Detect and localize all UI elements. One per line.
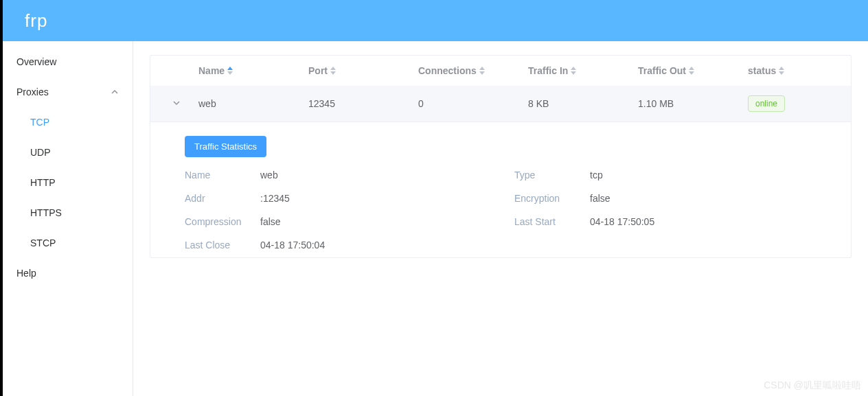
detail-row-last-start: Last Start 04-18 17:50:05 [514, 216, 816, 227]
main-content: Name Port Connections Traffic In [133, 41, 868, 396]
sidebar-item-label: Proxies [16, 86, 49, 97]
cell-traffic-in: 8 KB [521, 89, 631, 119]
detail-label: Type [514, 170, 590, 180]
detail-value: tcp [590, 170, 603, 180]
detail-grid: Name web Type tcp Addr :12345 Encrypti [185, 170, 816, 251]
cell-connections: 0 [411, 89, 521, 119]
detail-label: Name [185, 170, 260, 180]
sidebar-item-label: HTTPS [30, 207, 62, 218]
sidebar-item-label: HTTP [30, 177, 56, 188]
sort-icon [571, 67, 576, 75]
column-status[interactable]: status [741, 56, 840, 86]
sidebar-item-http[interactable]: HTTP [3, 167, 133, 198]
sort-icon [689, 67, 694, 75]
expand-toggle[interactable] [161, 89, 192, 119]
detail-value: web [260, 170, 278, 180]
sidebar-item-tcp[interactable]: TCP [3, 107, 133, 137]
cell-traffic-out: 1.10 MB [631, 89, 741, 119]
column-label: Traffic In [528, 65, 568, 76]
sidebar-item-overview[interactable]: Overview [3, 47, 133, 77]
detail-value: 04-18 17:50:05 [590, 216, 654, 227]
detail-label: Encryption [514, 193, 590, 204]
table-header: Name Port Connections Traffic In [150, 56, 851, 86]
detail-label: Last Close [185, 240, 260, 251]
column-label: Port [308, 65, 328, 76]
brand-title: frp [25, 10, 47, 32]
detail-value: false [590, 193, 610, 204]
column-label: status [748, 65, 776, 76]
detail-label: Compression [185, 216, 260, 227]
column-traffic-in[interactable]: Traffic In [521, 56, 631, 86]
sidebar-item-label: STCP [30, 237, 56, 248]
cell-status: online [741, 86, 840, 121]
sidebar-item-stcp[interactable]: STCP [3, 228, 133, 258]
status-badge: online [748, 95, 785, 112]
topbar: frp [3, 0, 868, 41]
traffic-statistics-button[interactable]: Traffic Statistics [185, 136, 266, 157]
detail-row-name: Name web [185, 170, 487, 180]
column-port[interactable]: Port [301, 56, 411, 86]
detail-row-last-close: Last Close 04-18 17:50:04 [185, 240, 487, 251]
sidebar-item-label: Overview [16, 56, 56, 67]
table-row: web 12345 0 8 KB 1.10 MB online [150, 86, 851, 121]
detail-label: Addr [185, 193, 260, 204]
sidebar-item-help[interactable]: Help [3, 258, 133, 288]
column-label: Connections [418, 65, 477, 76]
column-traffic-out[interactable]: Traffic Out [631, 56, 741, 86]
sidebar-submenu-proxies: TCP UDP HTTP HTTPS STCP [3, 107, 133, 258]
column-expand [161, 56, 192, 86]
sidebar-item-label: UDP [30, 147, 51, 158]
sidebar-item-label: TCP [30, 117, 49, 128]
sidebar: Overview Proxies TCP UDP HTTP HT [3, 41, 133, 396]
proxy-table: Name Port Connections Traffic In [150, 55, 852, 258]
detail-label: Last Start [514, 216, 590, 227]
detail-value: :12345 [260, 193, 290, 204]
detail-value: false [260, 216, 281, 227]
column-label: Traffic Out [638, 65, 686, 76]
sidebar-item-label: Help [16, 268, 36, 279]
column-connections[interactable]: Connections [411, 56, 521, 86]
detail-row-compression: Compression false [185, 216, 487, 227]
sort-icon [779, 67, 784, 75]
detail-row-addr: Addr :12345 [185, 193, 487, 204]
app-root: frp Overview Proxies TCP UDP HTT [0, 0, 868, 396]
detail-value: 04-18 17:50:04 [260, 240, 325, 251]
sort-icon [330, 67, 336, 75]
sidebar-item-https[interactable]: HTTPS [3, 198, 133, 228]
chevron-up-icon [111, 88, 119, 96]
sort-icon [479, 67, 485, 75]
sidebar-item-udp[interactable]: UDP [3, 137, 133, 167]
detail-row-encryption: Encryption false [514, 193, 816, 204]
column-name[interactable]: Name [192, 56, 301, 86]
cell-name: web [192, 89, 301, 119]
column-label: Name [198, 65, 225, 76]
body: Overview Proxies TCP UDP HTTP HT [3, 41, 868, 396]
sort-icon [227, 67, 233, 75]
row-detail-panel: Traffic Statistics Name web Type tcp Add… [150, 121, 851, 257]
cell-port: 12345 [301, 89, 411, 119]
chevron-down-icon [172, 98, 181, 109]
detail-row-type: Type tcp [514, 170, 816, 180]
sidebar-item-proxies[interactable]: Proxies [3, 77, 133, 107]
